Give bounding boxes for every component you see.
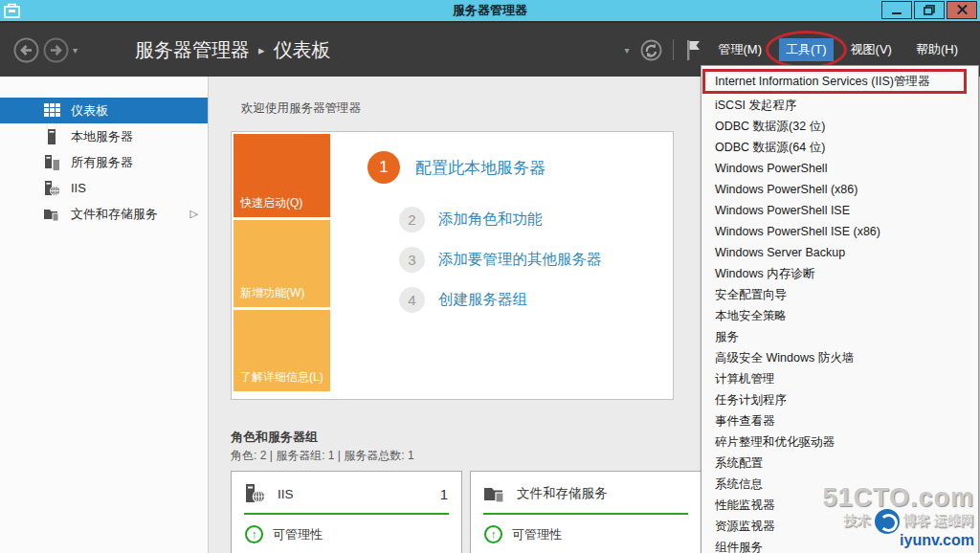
whats-new-label: 新增功能(W) [240, 285, 304, 301]
all-servers-icon [44, 155, 60, 170]
up-arrow-icon: ↑ [484, 525, 502, 543]
welcome-title: 欢迎使用服务器管理器 [241, 100, 361, 117]
roles-groups-title: 角色和服务器组 [231, 429, 318, 446]
menubar-help[interactable]: 帮助(H) [909, 38, 965, 61]
menu-item-server-backup[interactable]: Windows Server Backup [702, 242, 978, 263]
sidebar-item-iis[interactable]: IIS [0, 175, 208, 201]
step-number-badge: 2 [399, 207, 425, 232]
restore-button[interactable] [914, 1, 945, 19]
minimize-icon [892, 12, 902, 14]
menu-item-powershell-ise-x86[interactable]: Windows PowerShell ISE (x86) [702, 221, 978, 242]
sidebar-item-file-storage[interactable]: 文件和存储服务 ▷ [0, 201, 208, 227]
local-server-icon [44, 129, 60, 144]
step-configure-local-server[interactable]: 1 配置此本地服务器 [368, 151, 602, 184]
titlebar: 服务器管理器 [0, 0, 980, 21]
step-number-badge: 3 [399, 247, 425, 273]
restore-icon [924, 5, 935, 15]
servers-chevron-down-icon[interactable]: ▾ [624, 45, 629, 55]
menubar-view[interactable]: 视图(V) [844, 38, 899, 61]
breadcrumb: 服务器管理器 ▸ 仪表板 [135, 37, 331, 63]
menu-item-computer-management[interactable]: 计算机管理 [702, 368, 978, 389]
iis-icon [245, 484, 266, 503]
file-storage-icon [44, 207, 60, 222]
quick-start-steps: 1 配置此本地服务器 2 添加角色和功能 3 添加要管理的其他服务器 4 创建服… [368, 151, 602, 327]
step-add-other-servers[interactable]: 3 添加要管理的其他服务器 [399, 247, 602, 273]
menu-item-system-information[interactable]: 系统信息 [702, 474, 978, 495]
menu-item-system-configuration[interactable]: 系统配置 [702, 453, 978, 474]
menu-item-firewall[interactable]: 高级安全 Windows 防火墙 [702, 347, 978, 368]
whats-new-tab[interactable]: 新增功能(W) [234, 220, 330, 307]
step-number-badge: 4 [399, 287, 425, 313]
quick-start-label: 快速启动(Q) [240, 195, 302, 211]
manageability-label: 可管理性 [273, 526, 323, 543]
menu-item-powershell[interactable]: Windows PowerShell [702, 158, 978, 179]
menu-item-powershell-x86[interactable]: Windows PowerShell (x86) [702, 179, 978, 200]
menu-item-defragment[interactable]: 碎片整理和优化驱动器 [702, 431, 978, 453]
forward-button[interactable] [43, 37, 69, 63]
tile-name: IIS [278, 487, 294, 501]
sidebar-item-label: 文件和存储服务 [71, 206, 158, 223]
up-arrow-icon: ↑ [245, 525, 263, 543]
menu-item-security-config-wizard[interactable]: 安全配置向导 [702, 284, 978, 305]
breadcrumb-root[interactable]: 服务器管理器 [135, 37, 250, 63]
manageability-row[interactable]: ↑ 可管理性 [471, 515, 701, 553]
dashboard-grid-icon [44, 103, 60, 119]
menu-item-iis-manager[interactable]: Internet Information Services (IIS)管理器 [702, 69, 967, 94]
welcome-panel: 快速启动(Q) 新增功能(W) 了解详细信息(L) 1 配置此本地服务器 2 添… [231, 131, 674, 400]
manageability-label: 可管理性 [512, 526, 562, 543]
refresh-icon[interactable] [640, 39, 662, 61]
close-button[interactable] [947, 1, 977, 19]
sidebar-item-label: 本地服务器 [71, 128, 133, 145]
learn-more-tab[interactable]: 了解详细信息(L) [234, 310, 330, 391]
menu-item-iscsi-initiator[interactable]: iSCSI 发起程序 [702, 95, 978, 116]
step-link[interactable]: 配置此本地服务器 [415, 157, 546, 179]
minimize-button[interactable] [881, 1, 912, 19]
breadcrumb-separator: ▸ [258, 43, 265, 57]
tools-dropdown-menu: Internet Information Services (IIS)管理器 i… [701, 65, 979, 553]
quick-start-column: 快速启动(Q) 新增功能(W) 了解详细信息(L) [234, 134, 330, 391]
sidebar-item-dashboard[interactable]: 仪表板 [0, 98, 208, 123]
menu-item-component-services[interactable]: 组件服务 [702, 537, 978, 553]
menu-item-memory-diagnostic[interactable]: Windows 内存诊断 [702, 263, 978, 284]
manageability-row[interactable]: ↑ 可管理性 [232, 515, 461, 553]
menu-item-powershell-ise[interactable]: Windows PowerShell ISE [702, 200, 978, 221]
menu-item-services[interactable]: 服务 [702, 326, 978, 347]
menubar-manage[interactable]: 管理(M) [712, 38, 769, 61]
window-title: 服务器管理器 [0, 2, 980, 19]
tile-file-storage[interactable]: 文件和存储服务 ↑ 可管理性 [470, 471, 702, 553]
tile-iis[interactable]: IIS 1 ↑ 可管理性 [231, 471, 462, 553]
menu-item-event-viewer[interactable]: 事件查看器 [702, 410, 978, 431]
step-number-badge: 1 [368, 151, 400, 184]
step-link[interactable]: 创建服务器组 [438, 290, 527, 310]
menu-item-resource-monitor[interactable]: 资源监视器 [702, 516, 978, 537]
tile-name: 文件和存储服务 [517, 485, 608, 502]
menu-item-local-security-policy[interactable]: 本地安全策略 [702, 305, 978, 326]
step-link[interactable]: 添加角色和功能 [438, 210, 543, 230]
sidebar-item-all-servers[interactable]: 所有服务器 [0, 149, 208, 175]
toolbar-divider [673, 39, 674, 60]
sidebar-item-label: IIS [71, 181, 86, 195]
roles-groups-stats: 角色: 2 | 服务器组: 1 | 服务器总数: 1 [231, 448, 414, 464]
menu-item-task-scheduler[interactable]: 任务计划程序 [702, 389, 978, 410]
back-button[interactable] [13, 37, 39, 63]
menubar-tools-label: 工具(T) [786, 42, 827, 56]
step-add-roles-features[interactable]: 2 添加角色和功能 [399, 207, 602, 232]
step-create-server-group[interactable]: 4 创建服务器组 [399, 287, 602, 313]
step-link[interactable]: 添加要管理的其他服务器 [438, 250, 602, 270]
chevron-right-icon[interactable]: ▷ [190, 208, 198, 220]
quick-start-tab[interactable]: 快速启动(Q) [234, 134, 330, 217]
sidebar-item-label: 所有服务器 [71, 154, 133, 171]
server-manager-window: 服务器管理器 ▾ 服务器管理器 [0, 0, 980, 553]
notification-flag-icon[interactable] [684, 38, 702, 61]
sidebar-item-local-server[interactable]: 本地服务器 [0, 123, 208, 149]
nav-history-chevron-down-icon[interactable]: ▾ [73, 45, 78, 55]
learn-more-label: 了解详细信息(L) [240, 369, 323, 386]
menu-item-odbc-32[interactable]: ODBC 数据源(32 位) [702, 116, 978, 137]
sidebar-item-label: 仪表板 [71, 102, 108, 120]
tile-server-count: 1 [440, 486, 448, 502]
sidebar: 仪表板 本地服务器 所有服务器 IIS [0, 77, 209, 553]
file-storage-icon [484, 484, 505, 503]
menubar-tools[interactable]: 工具(T) [779, 38, 834, 61]
menu-item-odbc-64[interactable]: ODBC 数据源(64 位) [702, 137, 978, 158]
menu-item-performance-monitor[interactable]: 性能监视器 [702, 495, 978, 516]
